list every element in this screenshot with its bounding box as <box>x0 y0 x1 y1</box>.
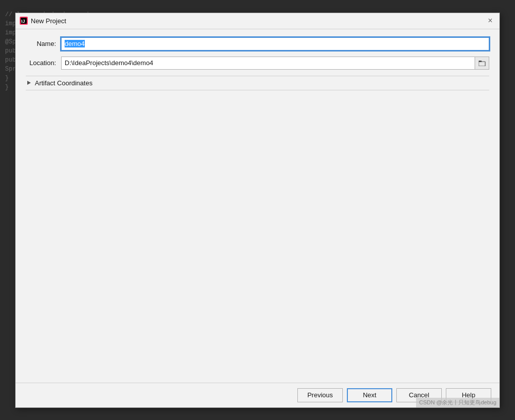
watermark: CSDN @余光丨只知更鸟debug <box>416 398 499 407</box>
location-label: Location: <box>26 59 61 67</box>
artifact-coordinates-label: Artifact Coordinates <box>35 79 92 87</box>
svg-marker-5 <box>27 81 31 85</box>
name-row: Name: <box>26 37 489 50</box>
svg-text:IJ: IJ <box>21 19 25 24</box>
svg-rect-3 <box>479 62 485 66</box>
location-wrapper <box>61 57 489 70</box>
location-row: Location: <box>26 57 489 70</box>
new-project-dialog: IJ New Project × Name: Location: <box>15 13 500 408</box>
previous-button[interactable]: Previous <box>297 388 343 402</box>
title-bar-left: IJ New Project <box>20 17 66 25</box>
location-input[interactable] <box>61 57 475 70</box>
artifact-header[interactable]: Artifact Coordinates <box>26 76 489 90</box>
next-button[interactable]: Next <box>347 388 392 402</box>
close-button[interactable]: × <box>485 16 495 26</box>
expand-icon <box>26 80 32 86</box>
overlay: // Java code background import org.sprin… <box>0 0 515 420</box>
dialog-title: New Project <box>31 17 66 25</box>
svg-rect-4 <box>479 61 482 62</box>
dialog-content: Name: Location: <box>16 29 499 383</box>
name-input[interactable] <box>61 37 489 50</box>
title-bar: IJ New Project × <box>16 13 499 29</box>
name-label: Name: <box>26 40 61 47</box>
browse-button[interactable] <box>475 57 489 70</box>
artifact-section: Artifact Coordinates <box>26 76 489 90</box>
app-icon: IJ <box>20 17 28 25</box>
